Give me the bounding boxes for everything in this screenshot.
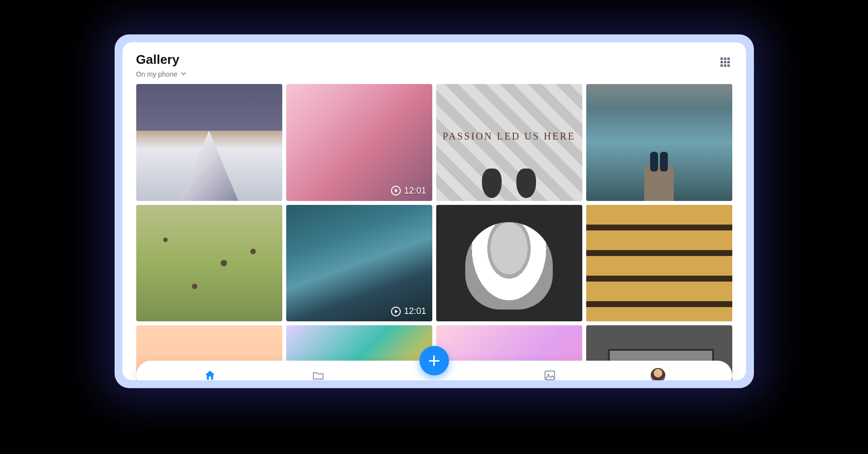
video-badge: 12:01 bbox=[391, 186, 426, 196]
image-icon bbox=[543, 369, 556, 380]
gallery-item[interactable] bbox=[136, 84, 282, 201]
gallery-item[interactable]: 12:01 bbox=[286, 205, 432, 322]
page-title: Gallery bbox=[136, 52, 186, 67]
svg-rect-0 bbox=[545, 371, 555, 379]
app-screen: Gallery On my phone bbox=[122, 42, 746, 380]
home-icon bbox=[204, 369, 216, 380]
video-badge: 12:01 bbox=[391, 306, 426, 316]
folder-icon bbox=[312, 369, 325, 380]
play-icon bbox=[391, 186, 401, 196]
grid-icon bbox=[720, 57, 730, 67]
video-duration: 12:01 bbox=[404, 186, 426, 196]
gallery-item[interactable] bbox=[586, 205, 732, 322]
source-filter-label: On my phone bbox=[136, 70, 178, 78]
nav-photos-button[interactable] bbox=[542, 368, 557, 380]
device-frame: Gallery On my phone bbox=[115, 34, 754, 388]
gallery-item[interactable] bbox=[436, 205, 582, 322]
gallery-item[interactable]: PASSION LED US HERE bbox=[436, 84, 582, 201]
nav-home-button[interactable] bbox=[203, 368, 217, 380]
chevron-down-icon bbox=[180, 70, 186, 78]
gallery-item[interactable] bbox=[136, 205, 282, 322]
video-duration: 12:01 bbox=[404, 306, 426, 316]
gallery-grid: 12:01 PASSION LED US HERE 12:01 bbox=[122, 78, 746, 380]
add-fab-button[interactable] bbox=[419, 346, 449, 375]
play-icon bbox=[391, 307, 401, 316]
gallery-item[interactable] bbox=[586, 84, 732, 201]
grid-view-button[interactable] bbox=[718, 55, 732, 69]
header: Gallery On my phone bbox=[122, 42, 746, 78]
image-caption: PASSION LED US HERE bbox=[436, 131, 582, 142]
nav-files-button[interactable] bbox=[311, 368, 326, 380]
header-left: Gallery On my phone bbox=[136, 52, 186, 78]
nav-profile-avatar[interactable] bbox=[651, 368, 665, 380]
source-filter-dropdown[interactable]: On my phone bbox=[136, 70, 186, 78]
gallery-item[interactable]: 12:01 bbox=[286, 84, 432, 201]
